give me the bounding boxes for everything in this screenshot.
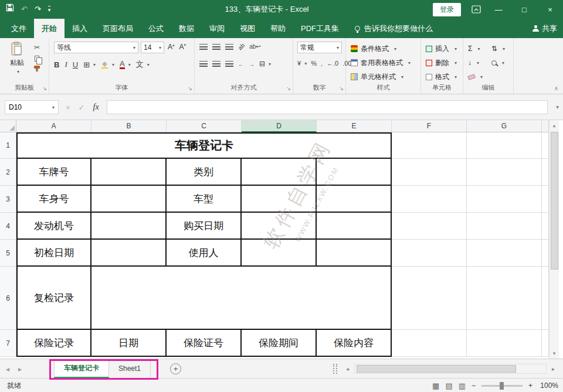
expand-formula-bar-icon[interactable]: ▾ bbox=[556, 104, 559, 110]
cell-F7[interactable] bbox=[392, 330, 467, 357]
row-header-1[interactable]: 1 bbox=[0, 132, 16, 159]
cut-icon[interactable]: ✂ bbox=[34, 43, 40, 52]
zoom-level[interactable]: 100% bbox=[538, 381, 558, 390]
number-dialog-launcher[interactable]: ↘ bbox=[339, 86, 344, 91]
scroll-right-icon[interactable]: ▸ bbox=[552, 359, 555, 379]
cell-B5[interactable] bbox=[91, 240, 167, 267]
tab-insert[interactable]: 插入 bbox=[65, 19, 95, 38]
cell-F5[interactable] bbox=[392, 240, 467, 267]
page-layout-view-icon[interactable]: ▤ bbox=[445, 381, 452, 390]
tab-splitter-handle[interactable] bbox=[333, 364, 337, 374]
cell-B4[interactable] bbox=[91, 213, 167, 240]
maximize-button[interactable]: □ bbox=[511, 0, 537, 19]
scroll-down-icon[interactable]: ▾ bbox=[550, 349, 559, 358]
column-header-D-selected[interactable]: D bbox=[242, 120, 317, 132]
next-sheet-icon[interactable]: ▸ bbox=[18, 365, 22, 373]
delete-cells-button[interactable]: 删除▾ bbox=[426, 57, 457, 69]
tab-data[interactable]: 数据 bbox=[171, 19, 202, 38]
cell-D4[interactable] bbox=[242, 213, 317, 240]
format-as-table-button[interactable]: 套用表格格式▾ bbox=[351, 57, 411, 69]
clear-button[interactable]: ▾ bbox=[468, 71, 483, 83]
column-header-A[interactable]: A bbox=[16, 120, 91, 132]
conditional-formatting-button[interactable]: 条件格式▾ bbox=[351, 43, 396, 54]
cell-D3[interactable] bbox=[242, 186, 317, 213]
font-name-combobox[interactable]: 等线▾ bbox=[54, 42, 138, 53]
cell-A7[interactable]: 保险记录 bbox=[16, 330, 91, 357]
cell-E4[interactable] bbox=[317, 213, 392, 240]
zoom-slider[interactable] bbox=[481, 385, 523, 387]
cell-B6-merged[interactable] bbox=[91, 267, 392, 330]
cell-D2[interactable] bbox=[242, 159, 317, 186]
scroll-left-icon[interactable]: ◂ bbox=[346, 359, 349, 379]
insert-function-icon[interactable]: fx bbox=[93, 103, 99, 112]
cell-A4[interactable]: 发动机号 bbox=[16, 213, 91, 240]
new-sheet-button[interactable]: + bbox=[170, 363, 181, 374]
row-header-5[interactable]: 5 bbox=[0, 240, 16, 267]
percent-style-icon[interactable]: % bbox=[311, 60, 317, 67]
cell-styles-button[interactable]: 单元格样式▾ bbox=[351, 71, 403, 83]
row-header-6[interactable]: 6 bbox=[0, 267, 16, 330]
cell-F2[interactable] bbox=[392, 159, 467, 186]
cell-F1[interactable] bbox=[392, 132, 467, 159]
minimize-button[interactable]: — bbox=[486, 0, 511, 19]
cell-B2[interactable] bbox=[91, 159, 167, 186]
cell-A3[interactable]: 车身号 bbox=[16, 186, 91, 213]
column-header-C[interactable]: C bbox=[167, 120, 242, 132]
row-header-3[interactable]: 3 bbox=[0, 186, 16, 213]
bold-icon[interactable]: B bbox=[54, 60, 59, 69]
tab-view[interactable]: 视图 bbox=[232, 19, 263, 38]
horizontal-scrollbar-thumb[interactable] bbox=[357, 365, 516, 373]
page-break-view-icon[interactable]: ▥ bbox=[459, 381, 466, 390]
cell-E3[interactable] bbox=[317, 186, 392, 213]
cell-G4[interactable] bbox=[467, 213, 542, 240]
cell-B7[interactable]: 日期 bbox=[91, 330, 167, 357]
row-header-4[interactable]: 4 bbox=[0, 213, 16, 240]
enter-check-icon[interactable]: ✓ bbox=[79, 103, 85, 112]
cell-E7[interactable]: 保险内容 bbox=[317, 330, 392, 357]
name-box[interactable]: D10▾ bbox=[5, 100, 59, 114]
autosum-button[interactable]: Σ▾ bbox=[468, 43, 480, 54]
align-right-icon[interactable] bbox=[225, 61, 233, 67]
align-center-icon[interactable] bbox=[212, 61, 221, 67]
cell-A2[interactable]: 车牌号 bbox=[16, 159, 91, 186]
paste-button[interactable]: 粘贴 ▾ bbox=[5, 42, 29, 79]
tab-review[interactable]: 审阅 bbox=[202, 19, 232, 38]
cell-C7[interactable]: 保险证号 bbox=[167, 330, 242, 357]
format-painter-icon[interactable] bbox=[34, 66, 40, 69]
save-icon[interactable] bbox=[6, 0, 14, 19]
zoom-slider-thumb[interactable] bbox=[500, 382, 504, 390]
font-size-combobox[interactable]: 14▾ bbox=[141, 42, 164, 53]
horizontal-scrollbar[interactable] bbox=[354, 364, 547, 374]
comma-style-icon[interactable]: , bbox=[321, 60, 323, 67]
cell-title-A1[interactable]: 车辆登记卡 bbox=[16, 132, 392, 159]
sheet-tab-active[interactable]: 车辆登记卡 bbox=[54, 359, 109, 378]
decrease-indent-icon[interactable]: ← bbox=[238, 61, 244, 67]
cell-E2[interactable] bbox=[317, 159, 392, 186]
clipboard-dialog-launcher[interactable]: ↘ bbox=[42, 86, 47, 91]
login-button[interactable]: 登录 bbox=[433, 3, 461, 16]
redo-icon[interactable]: ↷ bbox=[35, 0, 41, 19]
copy-icon[interactable] bbox=[35, 56, 39, 62]
vertical-scrollbar[interactable]: ▴ ▾ bbox=[549, 120, 559, 359]
borders-icon[interactable]: ⊞▾ bbox=[83, 60, 96, 69]
cell-C4[interactable]: 购买日期 bbox=[167, 213, 242, 240]
find-select-button[interactable]: ▾ bbox=[491, 57, 504, 69]
fill-button[interactable]: ↓▾ bbox=[468, 57, 479, 69]
tell-me-box[interactable]: 告诉我你想要做什么 bbox=[355, 19, 433, 38]
qat-customize-icon[interactable]: ▾ bbox=[48, 6, 51, 13]
font-dialog-launcher[interactable]: ↘ bbox=[188, 86, 192, 91]
tab-formulas[interactable]: 公式 bbox=[141, 19, 171, 38]
collapse-ribbon-icon[interactable]: ∧ bbox=[554, 85, 558, 91]
format-cells-button[interactable]: 格式▾ bbox=[426, 71, 457, 83]
cell-C3[interactable]: 车型 bbox=[167, 186, 242, 213]
column-header-F[interactable]: F bbox=[392, 120, 467, 132]
cell-G6[interactable] bbox=[467, 267, 542, 330]
tab-file[interactable]: 文件 bbox=[4, 19, 34, 38]
underline-icon[interactable]: U bbox=[73, 60, 78, 69]
formula-input[interactable] bbox=[107, 100, 548, 114]
insert-cells-button[interactable]: 插入▾ bbox=[426, 43, 457, 54]
italic-icon[interactable]: I bbox=[65, 60, 67, 69]
number-format-combobox[interactable]: 常规▾ bbox=[297, 42, 342, 53]
align-bottom-icon[interactable] bbox=[225, 44, 233, 50]
ribbon-display-options-icon[interactable] bbox=[472, 5, 481, 13]
